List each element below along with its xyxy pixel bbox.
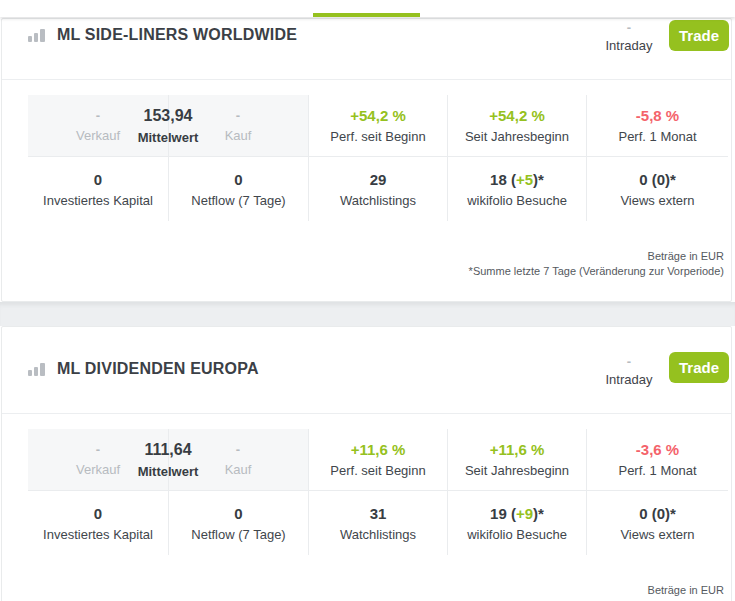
- stat-mittelwert: 153,94 Mittelwert: [138, 95, 199, 156]
- stat-label: Verkauf: [76, 129, 120, 142]
- stat-investiertes-kapital: 0 Investiertes Kapital: [28, 490, 168, 555]
- wikifolio-title[interactable]: ML SIDE-LINERS WORLDWIDE: [57, 26, 297, 44]
- stat-perf-1-monat: -5,8 % Perf. 1 Monat: [586, 95, 728, 156]
- stat-wikifolio-besuche: 19 (+9)* wikifolio Besuche: [447, 490, 586, 555]
- stat-perf-seit-beginn: +54,2 % Perf. seit Beginn: [308, 95, 447, 156]
- stat-value: -: [96, 109, 100, 122]
- stat-value: 0: [234, 506, 242, 521]
- stat-label: Perf. 1 Monat: [618, 130, 696, 143]
- stat-seit-jahresbeginn: +54,2 % Seit Jahresbeginn: [447, 95, 586, 156]
- intraday-label: Intraday: [597, 371, 661, 389]
- wikifolio-title-row[interactable]: ML DIVIDENDEN EUROPA: [28, 360, 259, 378]
- stat-value: -: [236, 109, 240, 122]
- stat-netflow: 0 Netflow (7 Tage): [168, 490, 308, 555]
- stat-seit-jahresbeginn: +11,6 % Seit Jahresbeginn: [447, 429, 586, 490]
- footnotes: Beträge in EUR: [648, 583, 724, 598]
- stat-label: Kauf: [225, 463, 252, 476]
- stat-value: -5,8 %: [636, 108, 679, 123]
- stat-views-extern: 0 (0)* Views extern: [586, 490, 728, 555]
- price-box: - Verkauf 111,64 Mittelwert - Kauf: [28, 429, 308, 490]
- stat-value: +11,6 %: [351, 442, 406, 457]
- stat-value: -3,6 %: [636, 442, 679, 457]
- stat-views-extern: 0 (0)* Views extern: [586, 156, 728, 221]
- stat-label: Perf. 1 Monat: [618, 464, 696, 477]
- stat-value: 0: [94, 172, 102, 187]
- bar-chart-icon: [28, 363, 45, 376]
- stat-label: Perf. seit Beginn: [330, 130, 425, 143]
- trade-button[interactable]: Trade: [669, 352, 729, 383]
- stat-value: -: [96, 443, 100, 456]
- intraday-label: Intraday: [597, 37, 661, 55]
- stat-value: 0 (0)*: [639, 506, 676, 521]
- stat-watchlistings: 29 Watchlistings: [308, 156, 447, 221]
- price-box: - Verkauf 153,94 Mittelwert - Kauf: [28, 95, 308, 156]
- stat-label: Watchlistings: [340, 528, 416, 541]
- stat-value: 31: [370, 506, 387, 521]
- footnote-currency: Beträge in EUR: [648, 583, 724, 598]
- intraday-value: -: [597, 19, 661, 37]
- stat-value: +54,2 %: [489, 108, 544, 123]
- stat-value: 0: [94, 506, 102, 521]
- tab-bar: [0, 0, 735, 17]
- trade-button[interactable]: Trade: [669, 20, 729, 51]
- card-header: ML SIDE-LINERS WORLDWIDE - Intraday Trad…: [2, 19, 731, 80]
- stat-label: Mittelwert: [138, 465, 199, 478]
- stats-grid: - Verkauf 111,64 Mittelwert - Kauf +11,6…: [28, 429, 728, 555]
- stat-value: +54,2 %: [350, 108, 405, 123]
- stat-value: 0 (0)*: [639, 172, 676, 187]
- wikifolio-title-row[interactable]: ML SIDE-LINERS WORLDWIDE: [28, 26, 297, 44]
- stat-label: Mittelwert: [138, 131, 199, 144]
- stat-label: Watchlistings: [340, 194, 416, 207]
- wikifolio-title[interactable]: ML DIVIDENDEN EUROPA: [57, 360, 259, 378]
- stat-label: Perf. seit Beginn: [330, 464, 425, 477]
- stat-perf-1-monat: -3,6 % Perf. 1 Monat: [586, 429, 728, 490]
- intraday-quote: - Intraday: [597, 19, 661, 55]
- stat-value: 29: [370, 172, 387, 187]
- stat-mittelwert: 111,64 Mittelwert: [138, 429, 199, 490]
- stat-label: wikifolio Besuche: [467, 528, 567, 541]
- intraday-quote: - Intraday: [597, 353, 661, 389]
- bar-chart-icon: [28, 29, 45, 42]
- stat-value: +11,6 %: [490, 442, 545, 457]
- stat-value: 0: [234, 172, 242, 187]
- footnotes: Beträge in EUR *Summe letzte 7 Tage (Ver…: [469, 249, 724, 279]
- stat-watchlistings: 31 Watchlistings: [308, 490, 447, 555]
- footnote-sum-hint: *Summe letzte 7 Tage (Veränderung zur Vo…: [469, 264, 724, 279]
- card-header: ML DIVIDENDEN EUROPA - Intraday Trade: [2, 327, 731, 414]
- stat-value: 18 (+5)*: [490, 172, 544, 187]
- stat-value: 153,94: [144, 108, 193, 124]
- stat-label: Kauf: [225, 129, 252, 142]
- stat-label: Netflow (7 Tage): [191, 528, 285, 541]
- stat-value: 19 (+9)*: [490, 506, 544, 521]
- stat-value: -: [236, 443, 240, 456]
- stat-label: Seit Jahresbeginn: [465, 130, 569, 143]
- stat-label: Investiertes Kapital: [43, 528, 153, 541]
- intraday-value: -: [597, 353, 661, 371]
- card-gap: [0, 302, 735, 326]
- wikifolio-card: ML SIDE-LINERS WORLDWIDE - Intraday Trad…: [1, 18, 732, 302]
- stat-netflow: 0 Netflow (7 Tage): [168, 156, 308, 221]
- stat-label: Verkauf: [76, 463, 120, 476]
- stat-label: wikifolio Besuche: [467, 194, 567, 207]
- stat-value: 111,64: [144, 442, 191, 458]
- stats-grid: - Verkauf 153,94 Mittelwert - Kauf +54,2…: [28, 95, 728, 221]
- stat-label: Views extern: [620, 194, 694, 207]
- stat-perf-seit-beginn: +11,6 % Perf. seit Beginn: [308, 429, 447, 490]
- stat-investiertes-kapital: 0 Investiertes Kapital: [28, 156, 168, 221]
- wikifolio-card: ML DIVIDENDEN EUROPA - Intraday Trade - …: [1, 326, 732, 601]
- stat-label: Investiertes Kapital: [43, 194, 153, 207]
- stat-label: Netflow (7 Tage): [191, 194, 285, 207]
- stat-wikifolio-besuche: 18 (+5)* wikifolio Besuche: [447, 156, 586, 221]
- footnote-currency: Beträge in EUR: [469, 249, 724, 264]
- active-tab-indicator: [313, 13, 420, 17]
- stat-label: Views extern: [620, 528, 694, 541]
- stat-label: Seit Jahresbeginn: [465, 464, 569, 477]
